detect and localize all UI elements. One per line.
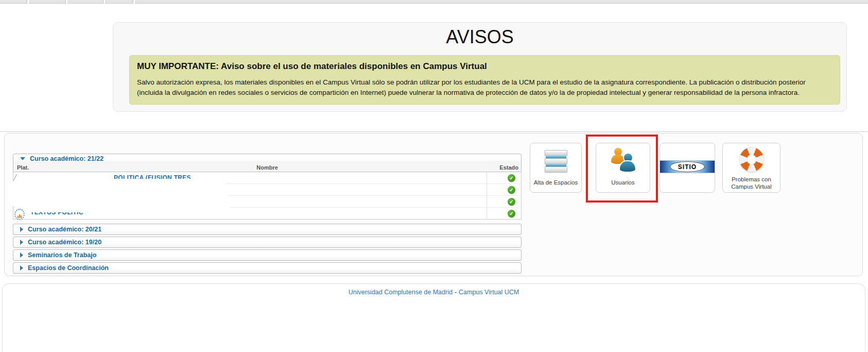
footer-link-ucm[interactable]: Universidad Complutense de Madrid <box>349 289 453 296</box>
chevron-down-icon <box>20 157 25 160</box>
accordion-curso-19-20[interactable]: Curso académico: 19/20 <box>13 237 522 248</box>
tab-divider <box>65 0 67 4</box>
card-label: Problemas con Campus Virtual <box>723 176 780 191</box>
accordion-label: Curso académico: 19/20 <box>28 239 101 246</box>
notice-heading: MUY IMPORTANTE: Aviso sobre el uso de ma… <box>137 61 832 72</box>
accordion-label: Curso académico: 21/22 <box>30 155 103 162</box>
redaction-overlay <box>24 203 230 212</box>
course-platform-icon <box>14 209 25 220</box>
accordion-label: Seminarios de Trabajo <box>28 252 96 259</box>
card-label: Usuarios <box>596 179 650 186</box>
chevron-right-icon <box>20 240 23 245</box>
lifering-icon <box>739 147 763 172</box>
sitio-banner-text: SITIO <box>670 161 705 172</box>
card-usuarios[interactable]: Usuarios <box>596 143 650 193</box>
footer-separator: - <box>455 289 457 296</box>
section-divider <box>0 131 868 132</box>
tab-divider <box>133 0 135 4</box>
footer-link-campus-virtual[interactable]: Campus Virtual UCM <box>459 289 519 296</box>
status-ok-icon: ✓ <box>508 174 515 182</box>
footer: Universidad Complutense de Madrid-Campus… <box>2 283 865 351</box>
accordion-curso-20-21[interactable]: Curso académico: 20/21 <box>13 224 522 235</box>
avisos-panel: AVISOS MUY IMPORTANTE: Aviso sobre el us… <box>113 22 847 112</box>
status-ok-icon: ✓ <box>508 198 515 206</box>
chevron-right-icon <box>20 253 23 258</box>
notice-body: Salvo autorización expresa, los material… <box>137 77 832 98</box>
chevron-right-icon <box>20 265 23 271</box>
accordion-coordinacion[interactable]: Espacios de Coordinación <box>13 262 522 274</box>
accordion-curso-21-22[interactable]: Curso académico: 21/22 <box>13 154 522 163</box>
column-header-plat: Plat. <box>13 164 48 171</box>
sitio-banner-icon: SITIO <box>660 160 715 173</box>
important-notice-box: MUY IMPORTANTE: Aviso sobre el uso de ma… <box>129 55 840 105</box>
stack-icon <box>545 150 567 173</box>
card-alta-de-espacios[interactable]: Alta de Espacios <box>530 143 582 193</box>
status-ok-icon: ✓ <box>508 210 515 217</box>
column-header-nombre: Nombre <box>48 164 487 171</box>
column-header-estado: Estado <box>487 164 521 171</box>
accordion-label: Espacios de Coordinación <box>28 264 109 272</box>
card-label: Alta de Espacios <box>530 179 581 186</box>
accordion-label: Curso académico: 20/21 <box>28 226 101 233</box>
tab-divider <box>103 0 105 4</box>
course-table-header: Plat. Nombre Estado <box>13 163 522 172</box>
avisos-title: AVISOS <box>113 26 846 48</box>
clipped-tab-strip <box>0 0 868 4</box>
tab-divider <box>27 0 29 4</box>
accordion-seminarios[interactable]: Seminarios de Trabajo <box>13 249 522 261</box>
chevron-right-icon <box>20 227 23 232</box>
card-problemas-campus-virtual[interactable]: Problemas con Campus Virtual <box>722 143 780 193</box>
card-sitio[interactable]: SITIO <box>659 143 715 193</box>
status-ok-icon: ✓ <box>508 186 515 194</box>
users-icon <box>611 148 635 172</box>
